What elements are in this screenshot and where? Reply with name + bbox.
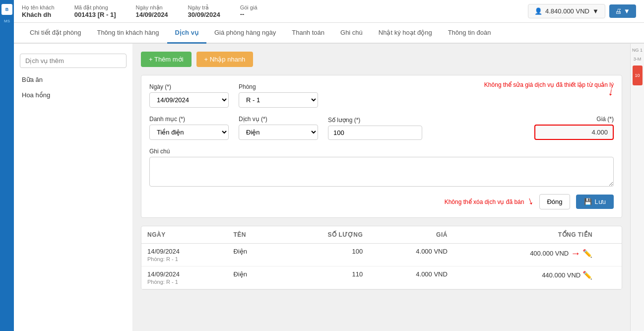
danh-muc-label: Danh mục (*) — [149, 116, 229, 123]
ngay-select[interactable]: 14/09/2024 — [149, 92, 229, 108]
tab-chi-tiet-dat-phong[interactable]: Chi tiết đặt phòng — [22, 23, 89, 44]
col-tong-tien: TỔNG TIỀN — [453, 226, 598, 244]
total-price-badge[interactable]: 👤 4.840.000 VND ▼ — [528, 4, 605, 18]
service-form: Không thể sửa giá dịch vụ đã thiết lập t… — [141, 75, 622, 218]
so-luong-group: Số lượng (*) — [328, 117, 422, 140]
row1-action-cell — [598, 244, 622, 266]
top-bar-actions: 👤 4.840.000 VND ▼ 🖨 ▼ — [528, 4, 636, 18]
booking-code-label: Mã đặt phòng — [74, 4, 116, 11]
action-buttons: + Thêm mới + Nhập nhanh — [141, 52, 622, 67]
ngay-group: Ngày (*) 14/09/2024 — [149, 83, 229, 108]
tooltip-bottom-text: Không thể xóa dịch vụ đã bán — [445, 199, 524, 205]
tab-dich-vu[interactable]: Dịch vụ — [167, 23, 206, 44]
form-row-2: Danh mục (*) Tiền điện Dịch vụ (*) Điện — [149, 116, 614, 140]
arrow-bottom-icon: ↑ — [526, 195, 535, 208]
gia-label: Giá (*) — [596, 116, 614, 123]
dich-vu-select[interactable]: Điện — [239, 125, 318, 140]
row1-phong: Phòng: R - 1 — [147, 256, 222, 262]
tab-thanh-toan[interactable]: Thanh toán — [284, 23, 332, 44]
print-icon: 🖨 — [615, 7, 622, 15]
tab-ghi-chu[interactable]: Ghi chú — [332, 23, 371, 44]
edit-button-row2[interactable]: ✏️ — [582, 270, 592, 280]
gia-group: Giá (*) 4.000 — [432, 116, 614, 140]
booking-info: Họ tên khách Khách dh Mã đặt phòng 00141… — [22, 4, 258, 18]
arrow-down-icon: ↓ — [607, 86, 615, 98]
dich-vu-group: Dịch vụ (*) Điện — [239, 116, 318, 140]
service-table: NGÀY TÊN SỐ LƯỢNG GIÁ TỔNG TIỀN — [141, 226, 622, 290]
checkin-label: Ngày nhận — [136, 4, 168, 11]
danh-muc-group: Danh mục (*) Tiền điện — [149, 116, 229, 140]
gia-value: 4.000 — [591, 129, 608, 136]
checkin-value: 14/09/2024 — [136, 11, 168, 18]
close-button[interactable]: Đóng — [539, 194, 570, 209]
booking-code-value: 001413 [R - 1] — [74, 11, 116, 18]
danh-muc-select[interactable]: Tiền điện — [149, 125, 229, 140]
form-footer: Không thể xóa dịch vụ đã bán ↑ Đóng 💾 Lư… — [149, 194, 614, 209]
row2-action-cell — [598, 266, 622, 289]
package-field: Gói giá -- — [240, 4, 258, 18]
col-gia: GIÁ — [369, 226, 453, 244]
phong-select[interactable]: R - 1 — [239, 92, 318, 108]
booking-code-field: Mã đặt phòng 001413 [R - 1] — [74, 4, 116, 18]
sidebar-item-hoa-hong[interactable]: Hoa hồng — [14, 87, 132, 103]
tooltip-top: Không thể sửa giá dịch vụ đã thiết lập t… — [484, 81, 614, 97]
edit-button-row1[interactable]: ✏️ — [582, 249, 592, 258]
col-ten: TÊN — [228, 226, 277, 244]
logo-sidebar: B MS — [0, 0, 14, 331]
print-button[interactable]: 🖨 ▼ — [609, 4, 636, 18]
row1-gia: 4.000 VND — [369, 244, 453, 266]
col-so-luong: SỐ LƯỢNG — [277, 226, 369, 244]
tabs-bar: Chi tiết đặt phòng Thông tin khách hàng … — [14, 23, 644, 44]
right-panel-label-1: NG 1 — [632, 48, 643, 53]
price-dropdown-icon: ▼ — [592, 7, 599, 15]
sidebar-item-bua-an[interactable]: Bữa ăn — [14, 72, 132, 87]
ngay-label: Ngày (*) — [149, 83, 229, 90]
delete-arrow-icon-row1: → — [571, 248, 580, 259]
ghi-chu-group: Ghi chú — [149, 148, 614, 188]
checkout-value: 30/09/2024 — [188, 11, 220, 18]
save-icon: 💾 — [584, 198, 592, 205]
checkout-label: Ngày trả — [188, 4, 220, 11]
checkin-field: Ngày nhận 14/09/2024 — [136, 4, 168, 18]
tab-thong-tin-khach-hang[interactable]: Thông tin khách hàng — [89, 23, 167, 44]
tab-nhat-ky[interactable]: Nhật ký hoạt động — [371, 23, 440, 44]
tab-thong-tin-doan[interactable]: Thông tin đoàn — [440, 23, 499, 44]
right-panel: NG 1 3-M 10 — [630, 44, 644, 331]
right-panel-indicator: 10 — [633, 66, 643, 85]
row2-tong-tien: 440.000 VND ✏️ — [453, 266, 598, 289]
right-panel-label-2: 3-M — [634, 57, 642, 62]
ghi-chu-textarea[interactable] — [149, 157, 614, 187]
service-search-input[interactable] — [20, 54, 127, 68]
so-luong-label: Số lượng (*) — [328, 117, 422, 124]
user-icon: 👤 — [534, 7, 542, 15]
gia-input-wrapper: 4.000 — [534, 125, 614, 140]
print-dropdown-icon: ▼ — [624, 7, 630, 15]
tab-gia-phong[interactable]: Giá phòng hàng ngày — [206, 23, 284, 44]
top-bar: Họ tên khách Khách dh Mã đặt phòng 00141… — [14, 0, 644, 23]
checkout-field: Ngày trả 30/09/2024 — [188, 4, 220, 18]
guest-name-field: Họ tên khách Khách dh — [22, 4, 55, 18]
guest-name-label: Họ tên khách — [22, 4, 55, 11]
table-row: 14/09/2024 Phòng: R - 1 Điện 110 4.000 V… — [141, 266, 622, 289]
row2-ten: Điện — [228, 266, 277, 289]
save-button[interactable]: 💾 Lưu — [576, 195, 614, 209]
table-row: 14/09/2024 Phòng: R - 1 Điện 100 4.000 V… — [141, 244, 622, 266]
guest-name-value: Khách dh — [22, 11, 55, 18]
service-sidebar: Bữa ăn Hoa hồng — [14, 44, 133, 331]
row2-ngay: 14/09/2024 Phòng: R - 1 — [141, 266, 228, 289]
col-ngay: NGÀY — [141, 226, 228, 244]
ghi-chu-label: Ghi chú — [149, 148, 614, 155]
package-label: Gói giá — [240, 4, 258, 10]
save-label: Lưu — [595, 198, 606, 205]
import-button[interactable]: + Nhập nhanh — [196, 52, 254, 67]
row1-ten: Điện — [228, 244, 277, 266]
so-luong-input[interactable] — [328, 126, 422, 140]
app-name: MS — [4, 19, 10, 23]
add-new-button[interactable]: + Thêm mới — [141, 52, 192, 67]
row2-gia: 4.000 VND — [369, 266, 453, 289]
content-area: + Thêm mới + Nhập nhanh Không thể sửa gi… — [133, 44, 630, 331]
col-actions — [598, 226, 622, 244]
phong-label: Phòng — [239, 83, 318, 90]
row2-so-luong: 110 — [277, 266, 369, 289]
logo-icon: B — [1, 4, 12, 15]
